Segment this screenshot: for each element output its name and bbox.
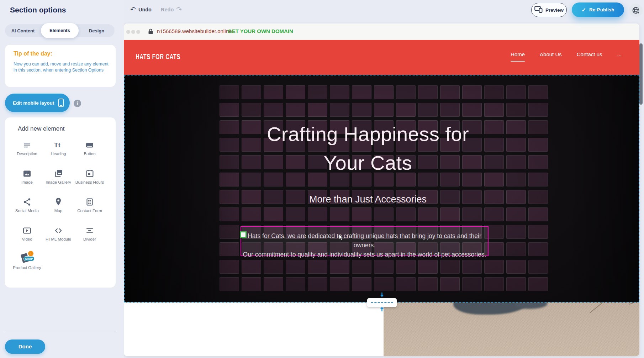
browser-preview-window: n1566589.websitebuilder.online/ GET YOUR… — [124, 23, 639, 356]
element-item-image[interactable]: Image — [12, 167, 42, 195]
element-drag-handle[interactable] — [240, 231, 247, 238]
edit-mobile-layout-label: Edit mobile layout — [13, 100, 54, 106]
element-label: HTML Module — [46, 237, 71, 242]
undo-icon: ↶ — [130, 5, 136, 14]
nav-about-us[interactable]: About Us — [540, 51, 562, 57]
preview-button[interactable]: Preview — [531, 3, 567, 17]
site-header: HATS FOR CATS Home About Us Contact us .… — [124, 40, 639, 75]
resize-dash-line — [371, 302, 393, 303]
floor-grout-line — [629, 302, 639, 305]
element-label: Description — [17, 152, 37, 156]
contact-form-icon — [85, 195, 94, 206]
element-label: Map — [54, 209, 62, 213]
svg-text:Tt: Tt — [54, 141, 61, 149]
nav-contact-us[interactable]: Contact us — [577, 51, 602, 57]
button-icon — [85, 138, 95, 149]
nav-home[interactable]: Home — [511, 51, 525, 62]
floor-photo — [384, 302, 639, 356]
element-item-html-module[interactable]: HTML Module — [43, 223, 73, 252]
redo-icon: ↷ — [176, 5, 182, 14]
cat-shadow-tail — [515, 302, 547, 309]
tab-elements[interactable]: Elements — [41, 23, 79, 38]
hero-section[interactable]: Crafting Happiness for Your Cats More th… — [124, 75, 639, 302]
hero-vignette — [124, 75, 639, 302]
code-icon — [53, 223, 63, 235]
add-element-card: Add new element Description Tt Heading B… — [5, 117, 116, 288]
element-item-social-media[interactable]: Social Media — [12, 195, 42, 223]
element-label: Contact Form — [77, 209, 102, 213]
floor-grout-line — [590, 302, 639, 313]
section-options-panel: Section options AI Content Elements Desi… — [0, 0, 124, 358]
site-nav: Home About Us Contact us ... — [511, 51, 622, 62]
globe-icon — [632, 6, 640, 15]
element-item-description[interactable]: Description — [12, 138, 42, 167]
upgrade-arrow-badge: ↑ — [28, 251, 33, 256]
description-icon — [22, 138, 32, 149]
page-scrollbar-thumb[interactable] — [639, 43, 643, 105]
element-label: Button — [84, 152, 95, 156]
language-globe-button[interactable] — [629, 4, 643, 17]
done-button[interactable]: Done — [5, 339, 45, 354]
element-label: Social Media — [15, 209, 39, 213]
element-label: Business Hours — [75, 180, 104, 185]
lock-icon — [148, 28, 153, 36]
hero-subtitle[interactable]: More than Just Accessories — [124, 194, 612, 205]
mouse-cursor — [339, 234, 343, 242]
element-label: Heading — [51, 152, 66, 156]
element-label: Divider — [83, 237, 96, 242]
site-url[interactable]: n1566589.websitebuilder.online/ — [157, 28, 233, 34]
tip-body: Now you can add, move and resize any ele… — [14, 61, 109, 73]
add-element-title: Add new element — [18, 125, 64, 132]
element-label: Image Gallery — [46, 180, 71, 185]
element-item-image-gallery[interactable]: Image Gallery — [43, 167, 73, 195]
element-item-button[interactable]: Button — [75, 138, 105, 167]
element-item-business-hours[interactable]: Business Hours — [75, 167, 105, 195]
info-icon[interactable]: i — [74, 100, 81, 107]
divider-icon — [85, 223, 94, 235]
selected-description-element[interactable]: Hats for Cats, we are dedicated to craft… — [241, 226, 489, 256]
section-resize-handle[interactable] — [367, 298, 397, 307]
mobile-phone-icon — [58, 99, 64, 107]
check-icon: ✓ — [581, 7, 586, 13]
tab-design[interactable]: Design — [79, 28, 115, 33]
window-dot — [131, 30, 135, 34]
element-item-product-gallery[interactable]: ↑ SHOP Product Gallery — [12, 252, 42, 280]
image-icon — [22, 167, 32, 178]
site-logo[interactable]: HATS FOR CATS — [136, 52, 180, 60]
hero-title[interactable]: Crafting Happiness for Your Cats — [124, 120, 612, 177]
redo-button[interactable]: Redo ↷ — [161, 5, 182, 14]
tab-ai-content[interactable]: AI Content — [5, 28, 41, 33]
tip-of-the-day-card: Tip of the day: Now you can add, move an… — [5, 45, 116, 87]
window-dot — [126, 30, 130, 34]
element-grid: Description Tt Heading Button Image — [11, 138, 110, 280]
heading-icon: Tt — [53, 138, 63, 149]
social-media-icon — [23, 195, 32, 206]
element-item-map[interactable]: Map — [43, 195, 73, 223]
hero-body-text: Hats for Cats, we are dedicated to craft… — [241, 231, 488, 259]
shop-badge: SHOP — [23, 256, 35, 261]
panel-tabbar: AI Content Elements Design — [5, 24, 115, 37]
page-title: Section options — [10, 6, 66, 14]
devices-icon — [534, 6, 543, 14]
business-hours-icon — [85, 167, 94, 178]
get-domain-link[interactable]: GET YOUR OWN DOMAIN — [228, 28, 293, 34]
tip-title: Tip of the day: — [14, 51, 52, 57]
nav-more-ellipsis[interactable]: ... — [617, 51, 622, 57]
undo-button[interactable]: ↶ Undo — [130, 5, 152, 14]
map-pin-icon — [54, 195, 63, 206]
element-item-divider[interactable]: Divider — [75, 223, 105, 252]
arrow-down-icon — [380, 292, 384, 299]
element-item-video[interactable]: Video — [12, 223, 42, 252]
image-gallery-icon — [54, 167, 63, 178]
republish-button[interactable]: ✓ Re-Publish — [572, 2, 624, 17]
panel-separator — [5, 332, 116, 332]
element-item-heading[interactable]: Tt Heading — [43, 138, 73, 167]
edit-mobile-layout-button[interactable]: Edit mobile layout — [5, 94, 70, 112]
browser-chrome: n1566589.websitebuilder.online/ GET YOUR… — [124, 23, 639, 40]
video-icon — [22, 223, 32, 235]
arrow-up-icon — [380, 306, 384, 313]
product-gallery-icon: ↑ SHOP — [20, 252, 34, 263]
window-dot — [136, 30, 140, 34]
element-label: Image — [21, 180, 33, 185]
element-item-contact-form[interactable]: Contact Form — [75, 195, 105, 223]
